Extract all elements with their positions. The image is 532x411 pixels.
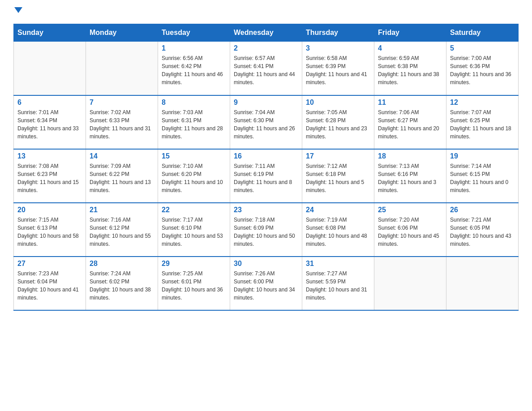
calendar-day-cell: 23Sunrise: 7:18 AMSunset: 6:09 PMDayligh… <box>230 203 302 257</box>
day-of-week-header: Saturday <box>446 24 519 42</box>
day-info: Sunrise: 7:02 AMSunset: 6:33 PMDaylight:… <box>90 108 154 141</box>
day-number: 7 <box>90 98 154 107</box>
calendar-day-cell: 6Sunrise: 7:01 AMSunset: 6:34 PMDaylight… <box>14 95 86 149</box>
day-number: 15 <box>162 152 226 160</box>
day-number: 5 <box>450 44 515 52</box>
calendar-week-row: 27Sunrise: 7:23 AMSunset: 6:04 PMDayligh… <box>14 257 519 310</box>
calendar-day-cell: 5Sunrise: 7:00 AMSunset: 6:36 PMDaylight… <box>446 42 519 95</box>
day-number: 30 <box>234 260 298 268</box>
day-info: Sunrise: 7:15 AMSunset: 6:13 PMDaylight:… <box>17 216 82 248</box>
day-info: Sunrise: 7:11 AMSunset: 6:19 PMDaylight:… <box>234 162 298 194</box>
day-info: Sunrise: 7:04 AMSunset: 6:30 PMDaylight:… <box>234 108 298 141</box>
calendar-day-cell: 11Sunrise: 7:06 AMSunset: 6:27 PMDayligh… <box>374 95 446 149</box>
day-of-week-header: Sunday <box>14 24 86 42</box>
calendar-day-cell: 18Sunrise: 7:13 AMSunset: 6:16 PMDayligh… <box>374 149 446 203</box>
logo-name <box>13 9 22 15</box>
day-info: Sunrise: 7:21 AMSunset: 6:05 PMDaylight:… <box>450 216 515 248</box>
logo <box>13 9 22 15</box>
day-number: 18 <box>378 152 442 160</box>
calendar-day-cell: 19Sunrise: 7:14 AMSunset: 6:15 PMDayligh… <box>446 149 519 203</box>
day-number: 4 <box>378 44 442 52</box>
day-number: 23 <box>234 206 298 214</box>
day-info: Sunrise: 7:25 AMSunset: 6:01 PMDaylight:… <box>162 270 226 302</box>
day-info: Sunrise: 7:12 AMSunset: 6:18 PMDaylight:… <box>306 162 370 194</box>
day-info: Sunrise: 7:26 AMSunset: 6:00 PMDaylight:… <box>234 270 298 302</box>
day-info: Sunrise: 7:16 AMSunset: 6:12 PMDaylight:… <box>90 216 154 248</box>
day-info: Sunrise: 6:57 AMSunset: 6:41 PMDaylight:… <box>234 54 298 86</box>
calendar-day-cell: 8Sunrise: 7:03 AMSunset: 6:31 PMDaylight… <box>158 95 230 149</box>
calendar-day-cell: 10Sunrise: 7:05 AMSunset: 6:28 PMDayligh… <box>302 95 374 149</box>
day-of-week-header: Tuesday <box>158 24 230 42</box>
calendar-day-cell <box>446 257 519 310</box>
day-info: Sunrise: 7:24 AMSunset: 6:02 PMDaylight:… <box>90 270 154 302</box>
calendar-day-cell: 30Sunrise: 7:26 AMSunset: 6:00 PMDayligh… <box>230 257 302 310</box>
logo-triangle-icon <box>14 7 22 13</box>
day-info: Sunrise: 7:08 AMSunset: 6:23 PMDaylight:… <box>17 162 82 194</box>
day-info: Sunrise: 7:00 AMSunset: 6:36 PMDaylight:… <box>450 54 515 86</box>
day-number: 22 <box>162 206 226 214</box>
day-info: Sunrise: 7:09 AMSunset: 6:22 PMDaylight:… <box>90 162 154 194</box>
day-number: 26 <box>450 206 515 214</box>
day-number: 20 <box>17 206 82 214</box>
day-number: 24 <box>306 206 370 214</box>
calendar-day-cell: 26Sunrise: 7:21 AMSunset: 6:05 PMDayligh… <box>446 203 519 257</box>
calendar-week-row: 6Sunrise: 7:01 AMSunset: 6:34 PMDaylight… <box>14 95 519 149</box>
day-info: Sunrise: 7:03 AMSunset: 6:31 PMDaylight:… <box>162 108 226 141</box>
day-of-week-header: Friday <box>374 24 446 42</box>
calendar-day-cell: 15Sunrise: 7:10 AMSunset: 6:20 PMDayligh… <box>158 149 230 203</box>
day-number: 13 <box>17 152 82 160</box>
calendar-day-cell: 21Sunrise: 7:16 AMSunset: 6:12 PMDayligh… <box>86 203 158 257</box>
day-number: 14 <box>90 152 154 160</box>
day-info: Sunrise: 7:23 AMSunset: 6:04 PMDaylight:… <box>17 270 82 302</box>
calendar-day-cell: 1Sunrise: 6:56 AMSunset: 6:42 PMDaylight… <box>158 42 230 95</box>
calendar-day-cell: 4Sunrise: 6:59 AMSunset: 6:38 PMDaylight… <box>374 42 446 95</box>
day-number: 29 <box>162 260 226 268</box>
day-info: Sunrise: 7:14 AMSunset: 6:15 PMDaylight:… <box>450 162 515 194</box>
day-info: Sunrise: 7:20 AMSunset: 6:06 PMDaylight:… <box>378 216 442 248</box>
day-number: 21 <box>90 206 154 214</box>
calendar-header-row: SundayMondayTuesdayWednesdayThursdayFrid… <box>14 24 519 42</box>
day-of-week-header: Monday <box>86 24 158 42</box>
calendar-day-cell: 3Sunrise: 6:58 AMSunset: 6:39 PMDaylight… <box>302 42 374 95</box>
day-number: 19 <box>450 152 515 160</box>
calendar-day-cell: 25Sunrise: 7:20 AMSunset: 6:06 PMDayligh… <box>374 203 446 257</box>
day-of-week-header: Wednesday <box>230 24 302 42</box>
calendar-week-row: 1Sunrise: 6:56 AMSunset: 6:42 PMDaylight… <box>14 42 519 95</box>
calendar-day-cell: 9Sunrise: 7:04 AMSunset: 6:30 PMDaylight… <box>230 95 302 149</box>
calendar-day-cell: 20Sunrise: 7:15 AMSunset: 6:13 PMDayligh… <box>14 203 86 257</box>
calendar-day-cell: 24Sunrise: 7:19 AMSunset: 6:08 PMDayligh… <box>302 203 374 257</box>
day-number: 17 <box>306 152 370 160</box>
calendar-day-cell: 31Sunrise: 7:27 AMSunset: 5:59 PMDayligh… <box>302 257 374 310</box>
day-number: 10 <box>306 98 370 107</box>
day-number: 25 <box>378 206 442 214</box>
calendar-day-cell: 14Sunrise: 7:09 AMSunset: 6:22 PMDayligh… <box>86 149 158 203</box>
day-info: Sunrise: 7:01 AMSunset: 6:34 PMDaylight:… <box>17 108 82 141</box>
day-info: Sunrise: 6:58 AMSunset: 6:39 PMDaylight:… <box>306 54 370 86</box>
calendar-table: SundayMondayTuesdayWednesdayThursdayFrid… <box>13 24 519 311</box>
calendar-day-cell: 28Sunrise: 7:24 AMSunset: 6:02 PMDayligh… <box>86 257 158 310</box>
day-info: Sunrise: 7:05 AMSunset: 6:28 PMDaylight:… <box>306 108 370 141</box>
calendar-day-cell <box>86 42 158 95</box>
calendar-day-cell: 13Sunrise: 7:08 AMSunset: 6:23 PMDayligh… <box>14 149 86 203</box>
day-number: 16 <box>234 152 298 160</box>
calendar-day-cell: 29Sunrise: 7:25 AMSunset: 6:01 PMDayligh… <box>158 257 230 310</box>
day-number: 6 <box>17 98 82 107</box>
day-info: Sunrise: 7:27 AMSunset: 5:59 PMDaylight:… <box>306 270 370 302</box>
day-number: 27 <box>17 260 82 268</box>
day-info: Sunrise: 7:17 AMSunset: 6:10 PMDaylight:… <box>162 216 226 248</box>
day-number: 31 <box>306 260 370 268</box>
day-info: Sunrise: 7:18 AMSunset: 6:09 PMDaylight:… <box>234 216 298 248</box>
day-of-week-header: Thursday <box>302 24 374 42</box>
page-header <box>13 9 519 15</box>
calendar-day-cell: 7Sunrise: 7:02 AMSunset: 6:33 PMDaylight… <box>86 95 158 149</box>
day-number: 28 <box>90 260 154 268</box>
calendar-day-cell: 27Sunrise: 7:23 AMSunset: 6:04 PMDayligh… <box>14 257 86 310</box>
calendar-day-cell <box>374 257 446 310</box>
day-number: 11 <box>378 98 442 107</box>
day-number: 3 <box>306 44 370 52</box>
day-info: Sunrise: 7:19 AMSunset: 6:08 PMDaylight:… <box>306 216 370 248</box>
day-number: 9 <box>234 98 298 107</box>
calendar-day-cell: 22Sunrise: 7:17 AMSunset: 6:10 PMDayligh… <box>158 203 230 257</box>
day-info: Sunrise: 6:59 AMSunset: 6:38 PMDaylight:… <box>378 54 442 86</box>
calendar-day-cell: 2Sunrise: 6:57 AMSunset: 6:41 PMDaylight… <box>230 42 302 95</box>
